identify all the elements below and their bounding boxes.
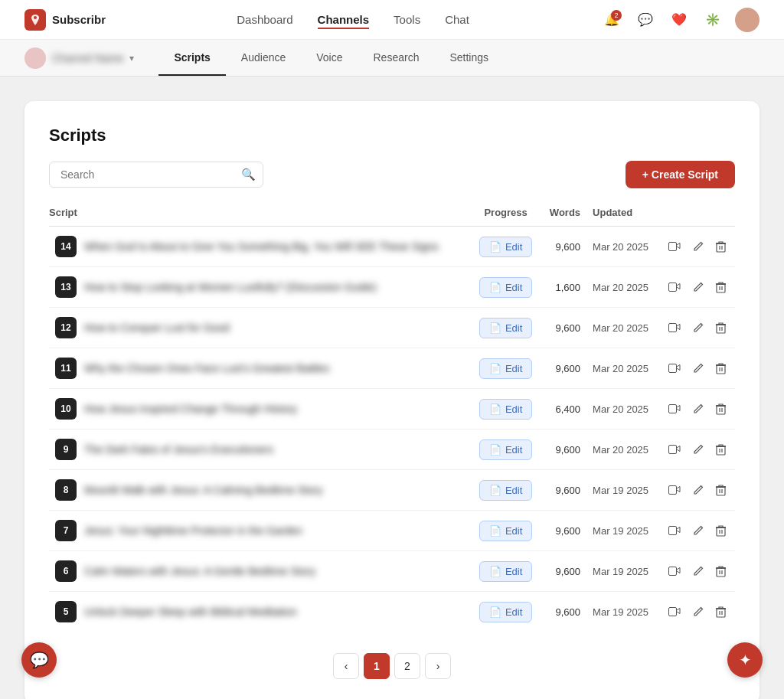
nav-dashboard[interactable]: Dashboard [237, 10, 292, 29]
pencil-button[interactable] [690, 238, 707, 255]
col-header-updated: Updated [586, 207, 659, 227]
sparkle-button[interactable]: ✳️ [701, 8, 724, 31]
edit-button[interactable]: 📄 Edit [479, 521, 532, 541]
notifications-button[interactable]: 🔔 2 [600, 8, 623, 31]
edit-button[interactable]: 📄 Edit [479, 318, 532, 338]
video-button[interactable] [665, 442, 684, 457]
video-button[interactable] [665, 401, 684, 416]
edit-button[interactable]: 📄 Edit [479, 237, 532, 257]
pencil-button[interactable] [690, 360, 707, 377]
pencil-icon [693, 485, 704, 495]
create-script-button[interactable]: + Create Script [626, 161, 735, 188]
nav-chat[interactable]: Chat [445, 10, 469, 29]
edit-icon: 📄 [489, 241, 501, 253]
video-button[interactable] [665, 361, 684, 376]
updated-cell: Mar 20 2025 [586, 389, 659, 430]
col-header-actions [659, 207, 735, 227]
nav-tools[interactable]: Tools [394, 10, 420, 29]
delete-button[interactable] [713, 603, 729, 621]
trash-icon [716, 566, 726, 577]
pencil-button[interactable] [690, 279, 707, 296]
pencil-button[interactable] [690, 522, 707, 539]
app-name: Subscribr [52, 13, 106, 26]
channel-selector[interactable]: Channel Name ▾ [24, 47, 158, 69]
scripts-card: Scripts 🔍 + Create Script Script Progres… [24, 101, 760, 699]
edit-button[interactable]: 📄 Edit [479, 561, 532, 582]
video-button[interactable] [665, 604, 684, 619]
video-icon [668, 607, 681, 616]
svg-rect-8 [717, 325, 725, 333]
edit-button[interactable]: 📄 Edit [479, 439, 532, 460]
delete-button[interactable] [713, 400, 729, 418]
trash-icon [716, 525, 726, 537]
video-button[interactable] [665, 563, 684, 579]
script-number-badge: 6 [55, 560, 77, 582]
delete-button[interactable] [713, 482, 729, 499]
edit-button[interactable]: 📄 Edit [479, 277, 532, 298]
delete-button[interactable] [713, 319, 729, 337]
delete-button[interactable] [713, 360, 729, 377]
script-title: Jesus: Your Nighttime Protector in the G… [84, 524, 302, 537]
pencil-button[interactable] [690, 319, 707, 336]
script-title-cell: 5Unlock Deeper Sleep with Biblical Medit… [49, 592, 471, 632]
video-icon [668, 485, 681, 495]
edit-button[interactable]: 📄 Edit [479, 358, 532, 379]
words-cell: 9,600 [541, 511, 586, 551]
pencil-button[interactable] [690, 563, 707, 580]
pagination-page-2[interactable]: 2 [394, 653, 420, 679]
tab-scripts[interactable]: Scripts [158, 40, 225, 76]
video-button[interactable] [665, 279, 684, 295]
delete-button[interactable] [713, 279, 729, 296]
svg-rect-19 [669, 486, 677, 495]
words-cell: 6,400 [541, 389, 586, 430]
actions-cell [659, 551, 735, 592]
script-title-cell: 9The Dark Fates of Jesus's Executioners [49, 430, 471, 470]
pagination-page-1[interactable]: 1 [364, 653, 390, 679]
tab-settings[interactable]: Settings [434, 40, 504, 76]
delete-button[interactable] [713, 238, 729, 256]
video-button[interactable] [665, 320, 684, 335]
edit-button[interactable]: 📄 Edit [479, 602, 532, 622]
actions-cell [659, 348, 735, 389]
delete-button[interactable] [713, 441, 729, 459]
svg-rect-13 [669, 405, 677, 413]
tab-voice[interactable]: Voice [301, 40, 358, 76]
float-chat-button[interactable]: 💬 [21, 642, 57, 678]
app-logo[interactable]: Subscribr [24, 9, 106, 31]
video-button[interactable] [665, 523, 684, 538]
messages-button[interactable]: 💬 [634, 8, 657, 31]
channel-name: Channel Name [52, 52, 123, 64]
nav-channels[interactable]: Channels [318, 10, 370, 29]
edit-icon: 📄 [489, 606, 501, 618]
script-title-cell: 14When God Is About to Give You Somethin… [49, 227, 471, 267]
actions-cell [659, 267, 735, 308]
top-nav-right: 🔔 2 💬 ❤️ ✳️ [600, 8, 760, 32]
search-input[interactable] [49, 162, 263, 188]
avatar[interactable] [735, 8, 760, 32]
edit-button[interactable]: 📄 Edit [479, 399, 532, 420]
svg-rect-20 [717, 487, 725, 495]
likes-button[interactable]: ❤️ [668, 8, 691, 31]
video-button[interactable] [665, 239, 684, 254]
video-button[interactable] [665, 482, 684, 498]
script-title: How Jesus Inspired Change Through Histor… [84, 403, 297, 415]
pencil-button[interactable] [690, 603, 707, 620]
pagination-next[interactable]: › [425, 653, 451, 679]
search-button[interactable]: 🔍 [241, 168, 256, 181]
pencil-button[interactable] [690, 482, 707, 498]
trash-icon [716, 403, 726, 415]
delete-button[interactable] [713, 522, 729, 540]
tab-research[interactable]: Research [358, 40, 435, 76]
pagination-prev[interactable]: ‹ [333, 653, 359, 679]
tab-audience[interactable]: Audience [226, 40, 301, 76]
edit-button[interactable]: 📄 Edit [479, 480, 532, 501]
script-title: Calm Waters with Jesus: A Gentle Bedtime… [84, 565, 315, 577]
script-title-cell: 6Calm Waters with Jesus: A Gentle Bedtim… [49, 551, 471, 592]
pencil-button[interactable] [690, 400, 707, 417]
table-row: 7Jesus: Your Nighttime Protector in the … [49, 511, 735, 551]
video-icon [668, 567, 681, 576]
float-sparkle-button[interactable]: ✦ [727, 642, 763, 678]
progress-cell: 📄 Edit [471, 267, 541, 308]
delete-button[interactable] [713, 563, 729, 580]
pencil-button[interactable] [690, 441, 707, 458]
